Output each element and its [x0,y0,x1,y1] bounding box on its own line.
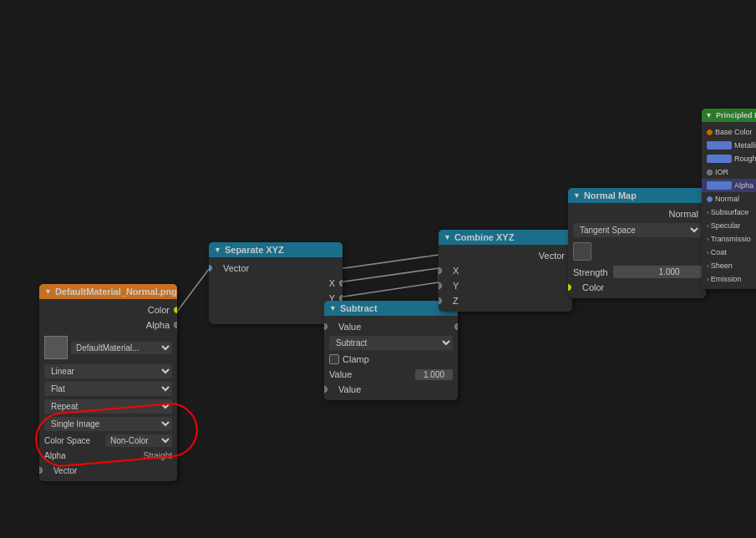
source-select[interactable]: Single Image [44,417,172,431]
metallic-label: Metallic [734,141,756,150]
svg-line-7 [338,268,439,282]
subtract-node: ▼ Subtract Value Subtract Clamp Value 1.… [324,301,458,400]
value1-label: Value [338,322,450,332]
z-input-row: Z [439,293,572,308]
value2-label: Value [338,384,453,394]
subsurface-label: Subsurface [711,208,756,216]
combine-xyz-node: ▼ Combine XYZ Vector X Y Z [439,230,572,312]
y-input-socket[interactable] [439,282,442,289]
clamp-checkbox[interactable] [329,354,339,364]
chevron-icon: ▼ [444,233,451,241]
image-picker-row: DefaultMaterial... [39,332,177,363]
x-input-socket[interactable] [439,267,442,274]
alpha-mode-label: Alpha [44,451,144,460]
chevron-icon: ▼ [214,246,221,254]
emission-label: Emission [711,275,756,283]
value-output-socket[interactable] [454,323,458,330]
vector-out-label: Vector [444,251,565,261]
specular-label: Specular [711,221,756,230]
principled-bsdf-node: ▼ Principled B Base Color Metallic Rough… [702,109,756,289]
alpha-output-socket[interactable] [174,322,177,328]
transmission-row: › Transmissio [702,232,756,246]
color-input-row: Color [568,280,706,295]
image-texture-body: Color Alpha DefaultMaterial... Linear Fl… [39,299,177,481]
value2-input-socket[interactable] [324,386,327,393]
image-row [568,239,706,264]
y-output-row: Y [209,291,342,306]
color-input-label: Color [582,282,701,292]
emission-row: › Emission [702,272,756,286]
alpha-bar [707,181,732,190]
vector-input-label: Vector [223,263,337,273]
image-texture-node: ▼ DefaultMaterial_Normal.png Color Alpha… [39,284,177,481]
z-output-row: Z [209,306,342,321]
chevron-icon: ▼ [329,304,337,312]
coat-arrow: › [707,249,709,256]
vector-input-row: Vector [209,261,342,276]
space-row: Tangent Space [568,221,706,239]
clamp-row: Clamp [324,352,458,367]
vector-input-socket[interactable] [209,265,212,272]
strength-row: Strength 1.000 [568,264,706,280]
subtract-header[interactable]: ▼ Subtract [324,301,458,316]
z-input-label: Z [453,296,567,306]
normal-map-header[interactable]: ▼ Normal Map [568,188,706,203]
vector-input-socket[interactable] [39,467,43,474]
color-output-socket[interactable] [174,307,177,313]
vector-output-row: Vector [439,248,572,263]
y-input-row: Y [439,278,572,293]
ior-label: IOR [715,168,756,176]
image-select[interactable]: DefaultMaterial... [71,342,172,354]
chevron-icon: ▼ [573,191,581,200]
vector-input-row: Vector [39,463,177,478]
normal-socket[interactable] [707,196,713,202]
image-texture-header[interactable]: ▼ DefaultMaterial_Normal.png [39,284,177,299]
y-input-label: Y [453,281,567,291]
value-field-input[interactable]: 1.000 [415,369,453,380]
svg-line-0 [177,269,209,312]
principled-body: Base Color Metallic Roughness IOR Alpha … [702,122,756,289]
strength-input[interactable]: 1.000 [613,266,706,278]
coat-label: Coat [711,248,756,256]
combine-xyz-header[interactable]: ▼ Combine XYZ [439,230,572,245]
x-output-socket[interactable] [339,280,342,287]
coat-row: › Coat [702,246,756,259]
normal-output-row: Normal [568,206,706,221]
value1-input-socket[interactable] [324,323,327,330]
image-texture-title: DefaultMaterial_Normal.png [55,287,177,297]
chevron-icon: ▼ [44,287,52,296]
image-preview[interactable] [44,336,68,359]
color-space-select[interactable]: Non-Color [105,434,172,447]
operation-select[interactable]: Subtract [329,336,453,350]
metallic-bar [707,141,732,150]
y-label: Y [214,293,335,303]
base-color-socket[interactable] [707,129,713,135]
normal-map-node: ▼ Normal Map Normal Tangent Space Streng… [568,188,706,298]
interpolation-select[interactable]: Linear [44,364,172,378]
transmission-label: Transmissio [711,235,756,243]
alpha-mode-value: Straight [144,451,172,460]
chevron-icon: ▼ [705,111,713,119]
alpha-label: Alpha [734,181,756,190]
specular-arrow: › [707,222,709,230]
space-select[interactable]: Tangent Space [573,223,701,237]
emission-arrow: › [707,276,709,283]
metallic-row: Metallic [702,139,756,152]
principled-header[interactable]: ▼ Principled B [702,109,756,122]
z-input-socket[interactable] [439,297,442,304]
specular-row: › Specular [702,219,756,232]
separate-xyz-header[interactable]: ▼ Separate XYZ [209,242,342,257]
ior-socket[interactable] [707,170,713,175]
combine-xyz-title: Combine XYZ [454,232,515,242]
normal-label: Normal [715,195,756,203]
projection-select[interactable]: Flat [44,382,172,396]
normal-map-body: Normal Tangent Space Strength 1.000 Colo… [568,203,706,298]
color-input-socket[interactable] [568,284,571,291]
extension-select[interactable]: Repeat [44,399,172,414]
ior-row: IOR [702,165,756,179]
roughness-bar [707,155,732,163]
combine-xyz-body: Vector X Y Z [439,245,572,312]
normal-row: Normal [702,192,756,206]
sheen-arrow: › [707,262,709,270]
x-input-row: X [439,263,572,278]
